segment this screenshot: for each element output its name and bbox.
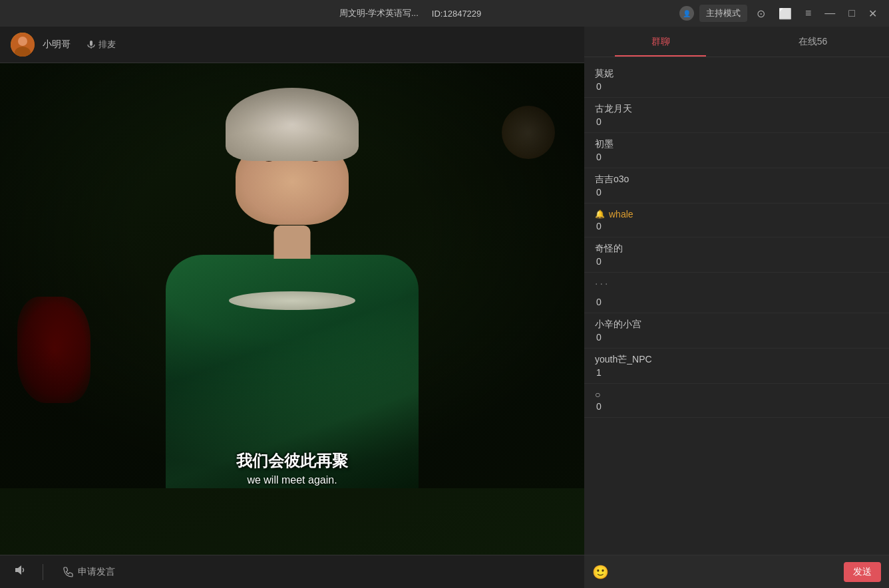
tab-online[interactable]: 在线56 — [737, 27, 889, 57]
chat-username: 奇怪的 — [595, 243, 623, 255]
chat-username: 小辛的小宫 — [595, 319, 641, 331]
mic-icon — [87, 40, 96, 49]
speaker-bar: 小明哥 排麦 — [0, 27, 584, 63]
chat-score: 0 — [595, 401, 878, 412]
emoji-button[interactable]: 🙂 — [592, 564, 609, 580]
record-button[interactable]: ⊙ — [753, 6, 769, 21]
subtitles: 我们会彼此再聚 we will meet again. — [236, 450, 348, 486]
chat-score: 0 — [595, 256, 878, 267]
list-item: 🔔 whale 0 — [584, 204, 889, 237]
separator — [43, 564, 43, 580]
list-item: 莫妮 0 — [584, 63, 889, 98]
host-mode-button[interactable]: 主持模式 — [699, 5, 747, 22]
chat-username: 古龙月天 — [595, 103, 632, 115]
volume-icon — [13, 563, 27, 577]
video-panel: 小明哥 排麦 — [0, 27, 584, 588]
apply-speak-button[interactable]: 申请发言 — [57, 563, 120, 581]
chat-username: ○ — [595, 389, 600, 400]
list-item: 小辛的小宫 0 — [584, 313, 889, 349]
chat-score: 0 — [595, 221, 878, 231]
ellipsis-row: ... — [584, 273, 889, 290]
tabs: 群聊 在线56 — [584, 27, 889, 57]
subtitle-en: we will meet again. — [236, 474, 348, 486]
list-item: 古龙月天 0 — [584, 98, 889, 133]
host-mode-label: 主持模式 — [706, 7, 741, 19]
chat-input[interactable] — [614, 567, 838, 577]
chat-score: 0 — [595, 332, 878, 343]
list-item: 吉吉o3o 0 — [584, 168, 889, 204]
apply-speak-label: 申请发言 — [78, 566, 115, 578]
chat-list: 莫妮 0 古龙月天 0 初墨 0 吉吉o3o — [584, 57, 889, 555]
queen-scene — [0, 63, 584, 488]
window-button[interactable]: ⬜ — [775, 6, 796, 21]
chat-score: 1 — [595, 367, 878, 378]
chat-score: 0 — [595, 187, 878, 198]
chat-username: 吉吉o3o — [595, 174, 629, 186]
speaker-avatar — [11, 33, 35, 57]
chat-score: 0 — [595, 81, 878, 92]
list-item: youth芒_NPC 1 — [584, 349, 889, 384]
tab-online-label: 在线56 — [799, 36, 828, 48]
speaker-name: 小明哥 — [43, 39, 71, 51]
queen-necklace — [229, 291, 355, 310]
menu-button[interactable]: ≡ — [801, 6, 815, 21]
chat-username: youth芒_NPC — [595, 354, 652, 366]
chat-username: whale — [609, 209, 633, 220]
title-center: 周文明-学术英语写... ID:12847229 — [339, 7, 482, 19]
close-button[interactable]: ✕ — [864, 6, 881, 21]
chat-score: 0 — [595, 152, 878, 162]
chat-username: 莫妮 — [595, 68, 614, 80]
svg-marker-5 — [15, 565, 21, 575]
svg-point-1 — [18, 37, 27, 46]
send-button[interactable]: 发送 — [844, 562, 881, 582]
chat-username: 初墨 — [595, 138, 614, 150]
session-id: ID:12847229 — [432, 9, 481, 19]
title-bar: 周文明-学术英语写... ID:12847229 👤 主持模式 ⊙ ⬜ ≡ — … — [0, 0, 889, 27]
volume-button[interactable] — [11, 561, 29, 583]
svg-rect-3 — [90, 41, 92, 46]
main-content: 小明哥 排麦 — [0, 27, 889, 588]
list-item: ○ 0 — [584, 384, 889, 418]
minimize-button[interactable]: — — [820, 6, 839, 21]
list-item: 奇怪的 0 — [584, 237, 889, 273]
bottom-bar: 申请发言 — [0, 555, 584, 588]
chat-input-area: 🙂 发送 — [584, 555, 889, 588]
video-area: 我们会彼此再聚 we will meet again. — [0, 63, 584, 555]
tab-group-chat[interactable]: 群聊 — [584, 27, 737, 57]
mic-label: 排麦 — [98, 39, 116, 51]
right-panel: 群聊 在线56 莫妮 0 古龙月天 0 — [584, 27, 889, 588]
tab-group-chat-label: 群聊 — [651, 36, 670, 48]
window-title: 周文明-学术英语写... — [339, 7, 419, 19]
mic-container: 排麦 — [87, 39, 116, 51]
user-badge-icon: 🔔 — [595, 210, 605, 219]
flowers-left — [17, 297, 90, 403]
queen-hair — [226, 88, 359, 161]
maximize-button[interactable]: □ — [844, 6, 859, 21]
list-item: 0 — [584, 290, 889, 313]
host-avatar: 👤 — [679, 6, 694, 21]
subtitle-zh: 我们会彼此再聚 — [236, 450, 348, 472]
chat-score: 0 — [595, 297, 878, 307]
bg-item-right — [502, 106, 555, 159]
queen-neck — [274, 225, 311, 259]
phone-icon — [62, 566, 74, 578]
chat-score: 0 — [595, 116, 878, 127]
list-item: 初墨 0 — [584, 133, 889, 168]
title-bar-right: 👤 主持模式 ⊙ ⬜ ≡ — □ ✕ — [679, 5, 881, 22]
